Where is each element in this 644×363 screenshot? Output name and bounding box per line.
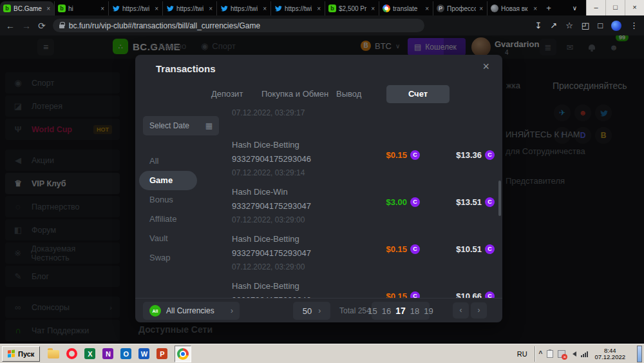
- address-bar[interactable]: bc.fun/ru/vip-club#/transactions/bill/al…: [53, 19, 424, 32]
- back-icon[interactable]: ←: [6, 21, 15, 31]
- list-scrollbar[interactable]: [498, 181, 501, 216]
- outlook-icon[interactable]: O: [120, 348, 131, 359]
- clock[interactable]: 8:44 07.12.2022: [592, 348, 627, 360]
- tab-close-icon[interactable]: ×: [208, 5, 213, 12]
- page-19[interactable]: 19: [424, 306, 433, 316]
- tab-close-icon[interactable]: ×: [154, 5, 159, 12]
- page-size-selector[interactable]: 50 ›: [293, 302, 330, 320]
- tab-close-icon[interactable]: ×: [46, 5, 51, 12]
- minimize-button[interactable]: –: [586, 0, 605, 15]
- share-icon[interactable]: ↗: [550, 21, 557, 30]
- tab-close-icon[interactable]: ×: [424, 5, 430, 12]
- reload-icon[interactable]: ⟳: [38, 21, 46, 31]
- url-text[interactable]: bc.fun/ru/vip-club#/transactions/bill/al…: [69, 21, 260, 30]
- start-button[interactable]: Пуск: [2, 346, 40, 362]
- tab-profession[interactable]: P Профессо ×: [433, 1, 487, 15]
- language-indicator[interactable]: RU: [515, 350, 530, 358]
- coin-icon: C: [410, 291, 420, 298]
- tray-expand-icon[interactable]: ^: [539, 350, 543, 357]
- prev-page-button[interactable]: ‹: [453, 302, 469, 319]
- select-date-label: Select Date: [149, 121, 189, 130]
- tab-newtab[interactable]: Новая вк ×: [487, 1, 541, 15]
- tab-twitter-2[interactable]: https://twi ×: [162, 1, 216, 15]
- tab-deposit[interactable]: Депозит: [211, 85, 243, 103]
- page-18[interactable]: 18: [410, 306, 419, 316]
- onenote-icon[interactable]: N: [102, 348, 113, 359]
- speaker-icon[interactable]: [570, 351, 576, 357]
- tab-promo[interactable]: b $2,500 Pr ×: [325, 1, 379, 15]
- total-count: Total 254: [339, 299, 371, 323]
- filter-affiliate[interactable]: Affiliate: [135, 210, 219, 229]
- page-15[interactable]: 15: [368, 306, 377, 316]
- download-icon[interactable]: ↧: [535, 21, 542, 30]
- system-tray: ^ 8:44 07.12.2022: [535, 346, 631, 362]
- tab-close-icon[interactable]: ×: [316, 5, 321, 12]
- chevron-right-icon: ›: [231, 306, 233, 315]
- filter-swap[interactable]: Swap: [135, 248, 219, 268]
- tab-close-icon[interactable]: ×: [478, 5, 484, 12]
- tab-close-icon[interactable]: ×: [262, 5, 267, 12]
- tab-title: https://twi: [285, 5, 314, 12]
- coin-icon: C: [485, 244, 495, 254]
- tab-close-icon[interactable]: ×: [533, 5, 538, 12]
- transactions-modal: Transactions × Депозит Покупка и Обмен В…: [135, 55, 502, 322]
- tab-twitter-3[interactable]: https://twi ×: [216, 1, 270, 15]
- profile-globe-icon[interactable]: [611, 21, 621, 31]
- tab-hi[interactable]: b hi ×: [54, 1, 108, 15]
- select-date-button[interactable]: Select Date ▦: [143, 116, 219, 135]
- clipboard-tray-icon[interactable]: [547, 350, 553, 358]
- menu-dots-icon[interactable]: ⋮: [630, 21, 638, 30]
- pagination: 15 16 17 18 19: [372, 302, 430, 320]
- tab-twitter-1[interactable]: https://twi ×: [108, 1, 162, 15]
- tabstrip-right: ∨ – □ ×: [573, 0, 644, 15]
- tx-name: Hash Dice-Betting: [232, 140, 299, 150]
- tab-bill[interactable]: Счет: [386, 85, 450, 103]
- extensions-puzzle-icon[interactable]: ◰: [582, 21, 589, 30]
- filter-vault[interactable]: Vault: [135, 229, 219, 248]
- excel-icon[interactable]: X: [84, 348, 95, 359]
- tab-bcgame[interactable]: b BC.Game ×: [0, 1, 54, 15]
- chevron-right-icon: ›: [318, 306, 321, 315]
- tab-title: https://twi: [122, 5, 151, 12]
- modal-close-icon[interactable]: ×: [482, 60, 489, 74]
- tab-title: https://twi: [176, 5, 205, 12]
- start-label: Пуск: [18, 350, 34, 358]
- filter-game[interactable]: Game: [139, 171, 197, 190]
- tx-datetime: 07.12.2022, 03:29:14: [232, 168, 305, 177]
- tab-close-icon[interactable]: ×: [100, 5, 105, 12]
- word-icon[interactable]: W: [138, 348, 149, 359]
- bookmark-star-icon[interactable]: ☆: [565, 21, 573, 30]
- tab-close-icon[interactable]: ×: [370, 5, 375, 12]
- currency-filter-button[interactable]: All All Currencies ›: [143, 302, 240, 320]
- forward-icon[interactable]: →: [22, 21, 31, 31]
- tab-twitter-4[interactable]: https://twi ×: [270, 1, 325, 15]
- tx-name: Hash Dice-Betting: [232, 234, 299, 244]
- page-16[interactable]: 16: [382, 306, 391, 316]
- restore-button[interactable]: □: [605, 0, 625, 15]
- file-explorer-icon[interactable]: [48, 350, 59, 358]
- coin-icon: C: [410, 197, 420, 207]
- signal-bars-icon[interactable]: [581, 351, 588, 357]
- next-page-button[interactable]: ›: [471, 302, 487, 319]
- network-error-tray-icon[interactable]: [558, 350, 565, 358]
- powerpoint-icon[interactable]: P: [156, 348, 167, 359]
- tx-datetime: 07.12.2022, 03:29:17: [232, 108, 305, 117]
- coin-icon: C: [485, 291, 495, 298]
- chrome-taskbar-button-active[interactable]: [175, 346, 191, 362]
- tx-id: 93327904175293047: [232, 201, 311, 211]
- tab-search-chevron-icon[interactable]: ∨: [573, 5, 577, 12]
- tab-buy-exchange[interactable]: Покупка и Обмен: [261, 85, 328, 103]
- taskbar: Пуск X N O W P RU ^: [0, 344, 644, 363]
- tx-datetime: 07.12.2022, 03:29:00: [232, 215, 305, 224]
- tab-group-icon[interactable]: □: [598, 21, 603, 30]
- filter-all[interactable]: All: [135, 152, 219, 171]
- tx-name: Hash Dice-Betting: [232, 281, 299, 291]
- filter-bonus[interactable]: Bonus: [135, 190, 219, 210]
- opera-icon[interactable]: [66, 348, 77, 359]
- tab-withdraw[interactable]: Вывод: [336, 85, 361, 103]
- page-17-active[interactable]: 17: [395, 306, 406, 316]
- show-desktop-button[interactable]: [637, 346, 642, 362]
- tab-translate[interactable]: translate ×: [379, 1, 433, 15]
- new-tab-button[interactable]: +: [541, 1, 556, 15]
- close-window-button[interactable]: ×: [625, 0, 644, 15]
